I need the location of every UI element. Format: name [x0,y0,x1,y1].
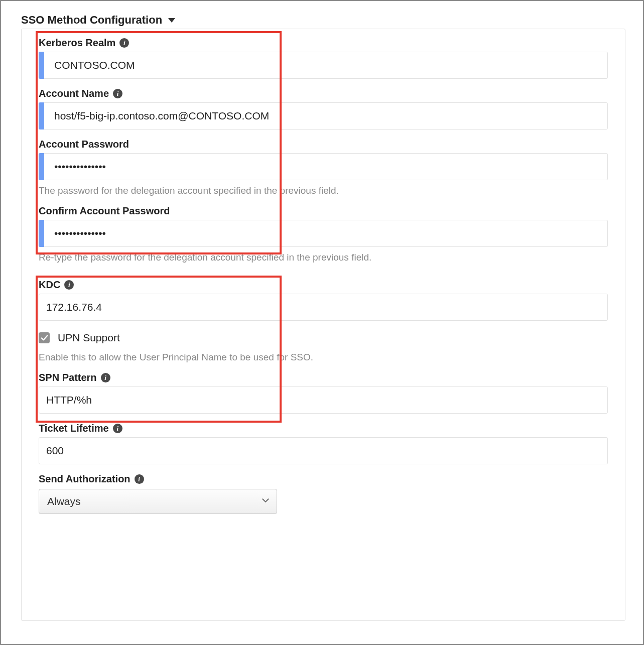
info-icon[interactable]: i [64,280,74,290]
info-icon[interactable]: i [101,373,110,382]
info-icon[interactable]: i [119,38,129,48]
field-spn-pattern: SPN Pattern i [39,372,608,414]
label-account-password: Account Password [39,139,608,150]
input-wrap [39,437,608,464]
label-text: KDC [39,279,60,291]
select-wrap: Always [39,489,277,514]
required-marker [39,102,44,130]
label-account-name: Account Name i [39,88,608,99]
label-text: Send Authorization [39,473,131,485]
upn-support-checkbox[interactable] [39,332,50,343]
confirm-password-input[interactable] [39,220,608,247]
field-account-name: Account Name i [39,88,608,130]
label-kerberos-realm: Kerberos Realm i [39,37,608,49]
kerberos-realm-input[interactable] [39,52,608,79]
upn-support-label: UPN Support [58,332,120,344]
field-kerberos-realm: Kerberos Realm i [39,37,608,79]
input-wrap [39,153,608,180]
label-text: Kerberos Realm [39,37,115,49]
config-window: SSO Method Configuration Kerberos Realm … [0,0,644,645]
config-panel: Kerberos Realm i Account Name i Account … [21,29,625,621]
field-kdc: KDC i [39,279,608,321]
info-icon[interactable]: i [135,474,144,484]
field-account-password: Account Password The password for the de… [39,139,608,196]
label-send-authorization: Send Authorization i [39,473,608,485]
field-ticket-lifetime: Ticket Lifetime i [39,423,608,464]
help-account-password: The password for the delegation account … [39,185,608,196]
label-kdc: KDC i [39,279,608,291]
label-ticket-lifetime: Ticket Lifetime i [39,423,608,434]
section-header[interactable]: SSO Method Configuration [21,14,625,27]
required-marker [39,220,44,247]
check-icon [41,334,48,342]
label-confirm-password: Confirm Account Password [39,205,608,217]
info-icon[interactable]: i [113,89,122,98]
label-text: Confirm Account Password [39,205,170,217]
label-spn-pattern: SPN Pattern i [39,372,608,383]
required-marker [39,153,44,180]
kdc-input[interactable] [39,294,608,321]
label-text: Account Name [39,88,109,99]
account-password-input[interactable] [39,153,608,180]
label-text: Ticket Lifetime [39,423,109,434]
ticket-lifetime-input[interactable] [39,437,608,464]
caret-down-icon [168,18,175,23]
help-upn-support: Enable this to allow the User Principal … [39,352,608,363]
input-wrap [39,294,608,321]
label-text: SPN Pattern [39,372,97,383]
required-marker [39,52,44,79]
account-name-input[interactable] [39,102,608,130]
spn-pattern-input[interactable] [39,386,608,414]
info-icon[interactable]: i [113,424,122,433]
field-confirm-password: Confirm Account Password Re-type the pas… [39,205,608,263]
label-text: Account Password [39,139,129,150]
help-confirm-password: Re-type the password for the delegation … [39,252,608,263]
field-send-authorization: Send Authorization i Always [39,473,608,514]
field-upn-support: UPN Support [39,332,608,344]
section-title-text: SSO Method Configuration [21,14,162,27]
input-wrap [39,386,608,414]
input-wrap [39,52,608,79]
input-wrap [39,220,608,247]
input-wrap [39,102,608,130]
send-authorization-select[interactable]: Always [39,489,277,514]
